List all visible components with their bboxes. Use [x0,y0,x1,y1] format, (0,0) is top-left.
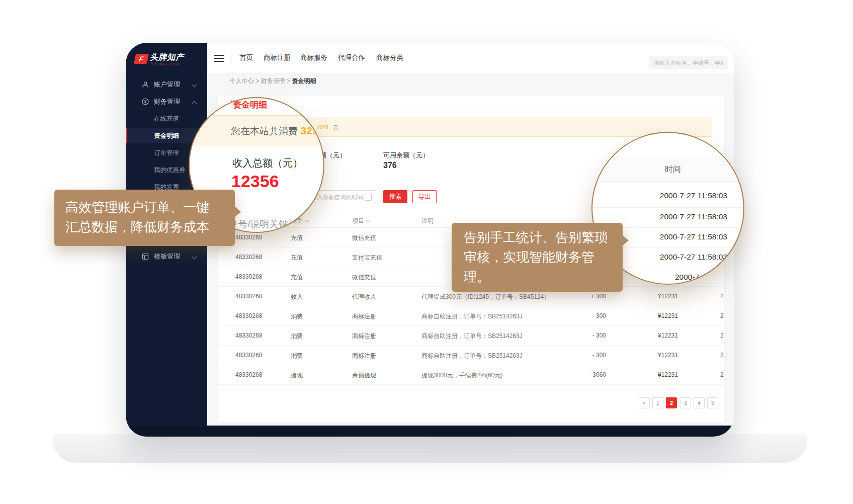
nav-item-trademark-class[interactable]: 商标分类 [376,53,403,62]
callout-arrow [234,206,241,217]
sidebar-item-templates[interactable]: 模板管理 [126,249,207,264]
callout-arrow [622,235,629,246]
pagination-page-5[interactable]: 5 [707,397,718,408]
nav-item-trademark-register[interactable]: 商标注册 [264,53,291,62]
sidebar-item-account[interactable]: 账户管理 [126,77,207,92]
chevron-up-icon [192,101,197,106]
pagination-page-4[interactable]: 4 [694,397,705,408]
table-row[interactable]: 48330268消费商标注册商标自助注册，订单号：SB2514263J- 300… [218,306,724,326]
callout-left: 高效管理账户订单、一键 汇总数据，降低财务成本 [54,190,235,246]
brand-logo-title: 头牌知产 [150,52,184,63]
th-project[interactable]: 项目 [352,217,370,225]
active-indicator [126,128,127,143]
magnified-banner: 您在本站共消费 32124 元 [190,115,323,146]
magnified-time-cell: 2000-7-27 11:58:03 [633,212,727,221]
brand-logo-icon: F [134,54,149,64]
chevron-down-icon [192,255,197,260]
breadcrumb-home[interactable]: 个人中心 [230,77,254,85]
sort-icon [366,218,370,222]
search-button[interactable]: 搜索 [383,190,407,203]
breadcrumb: 个人中心 > 财务管理 > 资金明细 [230,77,316,86]
pagination-prev[interactable]: < [639,397,650,408]
table-row[interactable]: 48330268消费商标注册商标自助注册，订单号：SB2514263J- 300… [218,325,724,346]
stat-balance-label: 可用余额（元） [383,151,429,160]
stat-balance-value: 376 [383,161,397,170]
magnified-time-cell: 2000-7-27 11:58:03 [633,191,727,200]
user-icon [142,81,149,88]
nav-item-home[interactable]: 首页 [239,53,253,62]
magnified-income-label: 收入总额（元） [232,156,303,170]
magnified-time-header-band: 时间 [592,157,743,182]
magnified-time-cell: 2000-7-27 11:58:03 [633,253,727,262]
template-icon [142,253,149,260]
callout-right: 告别手工统计、告别繁琐 审核，实现智能财务管 理。 [452,223,623,292]
sidebar-item-finance[interactable]: 财务管理 [126,94,207,109]
banner-unit: 元 [332,124,338,132]
th-desc: 说明 [421,217,434,225]
sort-icon [305,218,309,222]
table-row[interactable]: 48330268消费商标注册商标自助注册，订单号：SB2514263J- 300… [218,345,724,365]
brand-logo-subtitle: TOUPAI.COM [151,63,180,66]
nav-item-trademark-service[interactable]: 商标服务 [300,53,327,62]
magnified-tab: 资金明细 [233,99,267,111]
table-row[interactable]: 48330268提现余额提现提现3000元，手续费2%(60元)- 3060¥1… [218,365,724,385]
pagination-page-2-active[interactable]: 2 [666,397,677,408]
laptop-bottom-bezel [126,426,734,437]
finance-icon [142,98,149,105]
nav-item-agency[interactable]: 代理合作 [338,53,365,62]
pagination-page-1[interactable]: 1 [652,397,663,408]
chevron-down-icon [192,82,197,88]
mockup-canvas: 首页 商标注册 商标服务 代理合作 商标分类 个人中心 > 财务管理 > 资金明… [0,0,853,504]
calendar-icon[interactable] [365,194,372,201]
breadcrumb-finance[interactable]: 财务管理 [261,77,285,85]
magnified-time-cell: 2000-7-27 11:58:03 [633,232,727,241]
laptop-base [53,434,807,463]
magnified-income-value: 12356 [231,172,279,191]
breadcrumb-current: 资金明细 [292,77,316,85]
hamburger-menu-icon[interactable] [214,55,232,62]
top-navbar: 首页 商标注册 商标服务 代理合作 商标分类 [207,43,734,73]
magnified-time-header: 时间 [665,164,681,175]
pagination-page-3[interactable]: 3 [680,397,691,408]
export-button[interactable]: 导出 [412,190,437,203]
trademark-search-input[interactable] [649,56,728,69]
banner-amount: 820 [317,123,328,131]
stats-divider [376,150,376,172]
sidebar-item-online-recharge[interactable]: 在线充值 [126,111,207,126]
